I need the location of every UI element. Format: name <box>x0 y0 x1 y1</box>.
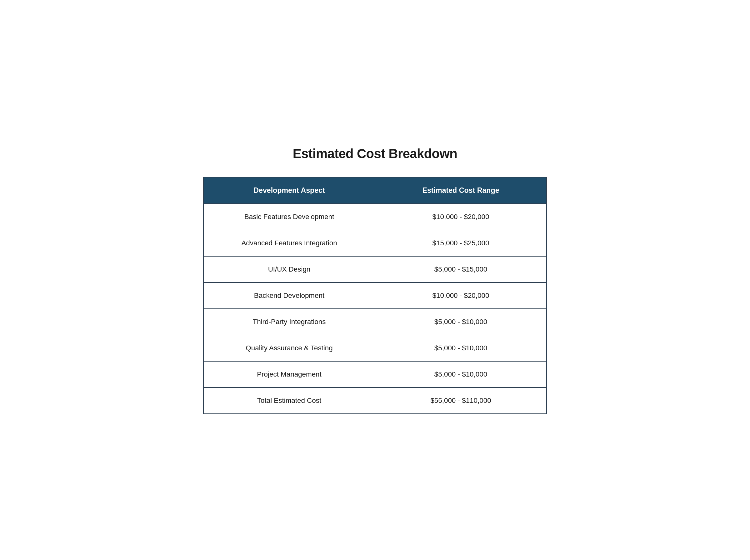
aspect-cell: Basic Features Development <box>203 204 375 230</box>
table-header-row: Development Aspect Estimated Cost Range <box>203 177 547 204</box>
cost-cell: $5,000 - $10,000 <box>375 361 547 387</box>
aspect-cell: Quality Assurance & Testing <box>203 335 375 361</box>
table-row: Advanced Features Integration$15,000 - $… <box>203 230 547 256</box>
aspect-cell: Project Management <box>203 361 375 387</box>
page-title: Estimated Cost Breakdown <box>203 146 547 161</box>
table-row: Backend Development$10,000 - $20,000 <box>203 282 547 309</box>
cost-cell: $5,000 - $10,000 <box>375 335 547 361</box>
aspect-cell: UI/UX Design <box>203 256 375 282</box>
page-container: Estimated Cost Breakdown Development Asp… <box>203 146 547 414</box>
cost-breakdown-table: Development Aspect Estimated Cost Range … <box>203 177 547 414</box>
cost-cell: $55,000 - $110,000 <box>375 387 547 414</box>
header-development-aspect: Development Aspect <box>203 177 375 204</box>
aspect-cell: Third-Party Integrations <box>203 309 375 335</box>
cost-cell: $5,000 - $15,000 <box>375 256 547 282</box>
cost-cell: $10,000 - $20,000 <box>375 282 547 309</box>
table-row: Third-Party Integrations$5,000 - $10,000 <box>203 309 547 335</box>
table-row: Basic Features Development$10,000 - $20,… <box>203 204 547 230</box>
aspect-cell: Advanced Features Integration <box>203 230 375 256</box>
cost-cell: $15,000 - $25,000 <box>375 230 547 256</box>
table-row: UI/UX Design$5,000 - $15,000 <box>203 256 547 282</box>
table-row: Quality Assurance & Testing$5,000 - $10,… <box>203 335 547 361</box>
aspect-cell: Backend Development <box>203 282 375 309</box>
header-estimated-cost-range: Estimated Cost Range <box>375 177 547 204</box>
aspect-cell: Total Estimated Cost <box>203 387 375 414</box>
cost-cell: $10,000 - $20,000 <box>375 204 547 230</box>
table-row: Total Estimated Cost$55,000 - $110,000 <box>203 387 547 414</box>
table-row: Project Management$5,000 - $10,000 <box>203 361 547 387</box>
cost-cell: $5,000 - $10,000 <box>375 309 547 335</box>
